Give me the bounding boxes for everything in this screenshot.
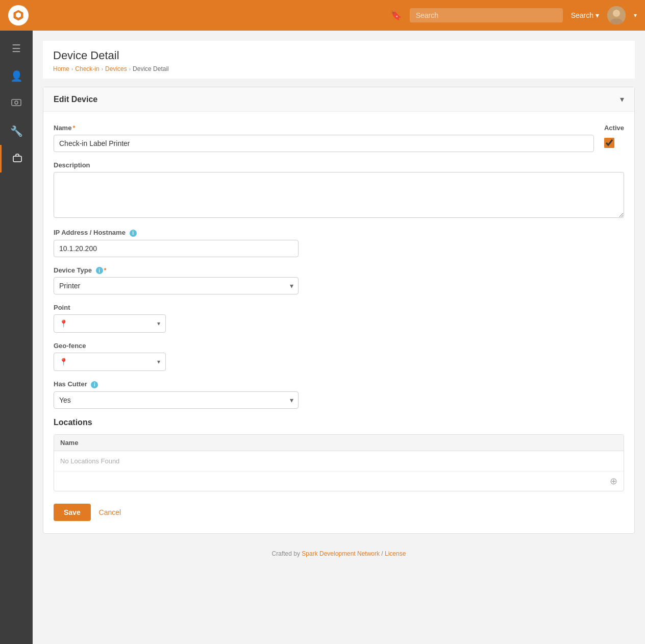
ip-label: IP Address / Hostname i [54, 229, 299, 237]
ip-input[interactable] [54, 240, 299, 257]
active-group: Active [604, 124, 624, 148]
active-label: Active [604, 124, 624, 132]
edit-device-card: Edit Device ▾ Name* Active [43, 87, 635, 534]
sidebar-item-settings[interactable]: 🔧 [0, 117, 33, 145]
avatar[interactable] [607, 6, 626, 24]
has-cutter-row: Has Cutter i Yes No [54, 380, 624, 409]
page-header: Device Detail Home › Check-in › Devices … [43, 41, 635, 79]
form-actions: Save Cancel [54, 504, 624, 521]
has-cutter-group: Has Cutter i Yes No [54, 380, 299, 409]
point-pin-icon: 📍 [59, 319, 68, 328]
active-checkbox[interactable] [604, 138, 614, 148]
ip-group: IP Address / Hostname i [54, 229, 299, 257]
footer-network-link[interactable]: Spark Development Network [302, 550, 380, 557]
sidebar: ☰ 👤 🔧 [0, 31, 33, 644]
top-navigation: 🔖 Search ▾ ▾ [0, 0, 645, 31]
point-row: Point 📍 ▾ [54, 304, 624, 333]
page-footer: Crafted by Spark Development Network / L… [43, 542, 635, 565]
device-type-label: Device Type i* [54, 266, 299, 275]
geofence-select[interactable] [71, 358, 157, 366]
breadcrumb-current: Device Detail [133, 65, 169, 72]
ip-row: IP Address / Hostname i [54, 229, 624, 257]
locations-empty-message: No Locations Found [54, 451, 624, 471]
dashboard-icon: ☰ [12, 42, 21, 55]
geofence-label: Geo-fence [54, 342, 166, 350]
name-group: Name* [54, 124, 594, 152]
description-group: Description [54, 161, 624, 219]
locations-table: Name No Locations Found ⊕ [54, 434, 624, 491]
breadcrumb-home[interactable]: Home [53, 65, 69, 72]
main-content: Device Detail Home › Check-in › Devices … [33, 31, 645, 644]
ip-info-icon[interactable]: i [130, 230, 137, 237]
locations-section: Locations Name No Locations Found ⊕ [54, 418, 624, 491]
save-button[interactable]: Save [54, 504, 91, 521]
add-location-button[interactable]: ⊕ [610, 476, 617, 487]
point-select-wrapper: 📍 ▾ [54, 314, 166, 333]
breadcrumb-sep-3: › [129, 66, 131, 72]
footer-crafted-text: Crafted by [272, 550, 300, 557]
svg-rect-5 [13, 156, 21, 162]
search-input[interactable] [410, 8, 563, 22]
name-input[interactable] [54, 135, 594, 152]
device-type-group: Device Type i* Printer Kiosk Other [54, 266, 299, 295]
has-cutter-label: Has Cutter i [54, 380, 299, 388]
finance-icon [11, 97, 22, 111]
geofence-group: Geo-fence 📍 ▾ [54, 342, 166, 371]
device-type-required-marker: * [104, 266, 107, 274]
has-cutter-info-icon[interactable]: i [91, 381, 98, 388]
top-nav-actions: 🔖 Search ▾ ▾ [390, 6, 637, 24]
point-label: Point [54, 304, 166, 311]
cancel-button[interactable]: Cancel [97, 504, 123, 521]
person-icon: 👤 [10, 70, 23, 82]
point-dropdown-icon: ▾ [157, 320, 160, 327]
locations-title: Locations [54, 418, 624, 427]
user-menu-arrow[interactable]: ▾ [634, 12, 637, 19]
page-title: Device Detail [53, 49, 625, 62]
briefcase-icon [12, 152, 23, 166]
breadcrumb-checkin[interactable]: Check-in [75, 65, 99, 72]
svg-point-1 [613, 10, 620, 17]
name-required-marker: * [72, 124, 75, 132]
device-type-select-wrapper: Printer Kiosk Other [54, 277, 299, 294]
svg-rect-3 [12, 100, 21, 106]
device-type-row: Device Type i* Printer Kiosk Other [54, 266, 624, 295]
svg-point-4 [15, 101, 18, 104]
breadcrumb-sep-1: › [71, 66, 73, 72]
breadcrumb-devices[interactable]: Devices [105, 65, 127, 72]
name-label: Name* [54, 124, 594, 132]
sidebar-item-person[interactable]: 👤 [0, 62, 33, 90]
sidebar-item-finance[interactable] [0, 90, 33, 117]
bookmark-icon[interactable]: 🔖 [390, 10, 402, 21]
name-active-row: Name* Active [54, 124, 624, 152]
search-dropdown-arrow: ▾ [596, 11, 599, 19]
has-cutter-select-wrapper: Yes No [54, 391, 299, 409]
footer-license-link[interactable]: License [385, 550, 406, 557]
geofence-row: Geo-fence 📍 ▾ [54, 342, 624, 371]
device-type-select[interactable]: Printer Kiosk Other [54, 277, 299, 294]
locations-table-header: Name [54, 435, 624, 451]
card-collapse-button[interactable]: ▾ [620, 94, 624, 104]
point-select[interactable] [71, 319, 157, 328]
card-title: Edit Device [54, 95, 97, 104]
geofence-dropdown-icon: ▾ [157, 358, 160, 365]
search-label: Search [571, 11, 593, 19]
sidebar-item-dashboard[interactable]: ☰ [0, 35, 33, 62]
geofence-select-wrapper: 📍 ▾ [54, 353, 166, 371]
description-label: Description [54, 161, 624, 169]
wrench-icon: 🔧 [10, 125, 23, 137]
geofence-pin-icon: 📍 [59, 358, 68, 366]
card-header: Edit Device ▾ [43, 87, 634, 112]
locations-table-footer: ⊕ [54, 471, 624, 491]
breadcrumb-sep-2: › [102, 66, 103, 72]
app-logo[interactable] [8, 5, 29, 26]
breadcrumb: Home › Check-in › Devices › Device Detai… [53, 65, 625, 79]
sidebar-item-tools[interactable] [0, 145, 33, 172]
description-row: Description [54, 161, 624, 219]
point-group: Point 📍 ▾ [54, 304, 166, 333]
description-textarea[interactable] [54, 172, 624, 218]
has-cutter-select[interactable]: Yes No [54, 391, 299, 409]
card-body: Name* Active Description [43, 112, 634, 533]
search-button[interactable]: Search ▾ [571, 11, 599, 19]
device-type-info-icon[interactable]: i [96, 267, 103, 274]
